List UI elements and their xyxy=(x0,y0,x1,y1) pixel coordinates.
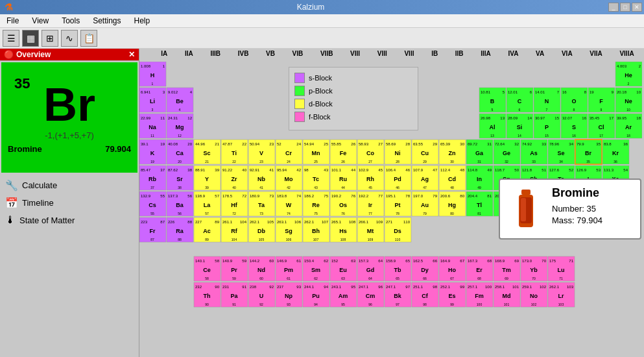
element-Fm[interactable]: 100 Fm 257.1 100 xyxy=(466,282,493,307)
element-Rf[interactable]: 104 Rf 261.1 104 xyxy=(221,217,248,242)
element-Ac[interactable]: 89 Ac 227 89 xyxy=(194,217,221,242)
element-Tb[interactable]: 65 Tb 158.9 65 xyxy=(385,256,411,281)
element-V[interactable]: 23 V 50.94 23 xyxy=(248,140,275,164)
element-Hg[interactable]: 80 Hg 200.6 80 xyxy=(439,191,466,216)
element-Rh[interactable]: 45 Rh 102.9 45 xyxy=(357,166,384,190)
element-Ra[interactable]: 88 Ra 226 88 xyxy=(167,217,193,242)
element-Au[interactable]: 79 Au 197.0 79 xyxy=(412,191,438,216)
element-Mg[interactable]: 12 Mg 24.31 12 xyxy=(167,114,193,138)
element-Sc[interactable]: 21 Sc 44.96 21 xyxy=(194,140,221,164)
element-Nd[interactable]: 60 Nd 144.2 60 xyxy=(248,256,275,281)
toolbar-btn-4[interactable]: ∿ xyxy=(61,30,78,47)
element-Cf[interactable]: 98 Cf 251.1 98 xyxy=(412,282,438,307)
element-Ti[interactable]: 22 Ti 47.87 22 xyxy=(221,140,248,164)
element-Pd[interactable]: 46 Pd 106.4 46 xyxy=(385,166,411,190)
element-Mo[interactable]: 42 Mo 95.94 42 xyxy=(276,166,302,190)
element-Md[interactable]: 101 Md 258.1 101 xyxy=(494,282,520,307)
element-Hs[interactable]: 108 Hs 265.1 108 xyxy=(330,217,357,242)
element-Lu[interactable]: 71 Lu 175 71 xyxy=(548,256,575,281)
element-Ir[interactable]: 77 Ir 192.2 77 xyxy=(357,191,384,216)
element-He[interactable]: 2 He 4.003 2 xyxy=(615,62,642,86)
menu-view[interactable]: View xyxy=(28,16,53,26)
element-Cm[interactable]: 96 Cm 247.1 96 xyxy=(357,282,384,307)
element-Tm[interactable]: 69 Tm 168.9 69 xyxy=(494,256,520,281)
element-Nb[interactable]: 41 Nb 92.91 41 xyxy=(248,166,275,190)
element-U[interactable]: 92 U 238 92 xyxy=(248,282,275,307)
element-Yb[interactable]: 70 Yb 173.0 70 xyxy=(521,256,547,281)
element-H[interactable]: 1 H 1.008 1 xyxy=(139,62,166,86)
element-Pt[interactable]: 78 Pt 195.1 78 xyxy=(385,191,411,216)
element-Kr[interactable]: 36 Kr 83.8 36 xyxy=(602,140,629,164)
menu-help[interactable]: Help xyxy=(130,16,154,26)
element-Ni[interactable]: 28 Ni 58.69 28 xyxy=(385,140,411,164)
element-Al[interactable]: 13 Al 26.98 13 xyxy=(479,114,506,138)
element-Ge[interactable]: 32 Ge 72.64 32 xyxy=(494,140,520,164)
nav-calculate[interactable]: 🔧 Calculate xyxy=(0,177,139,194)
element-Be[interactable]: 4 Be 9.012 4 xyxy=(167,88,193,112)
element-Ca[interactable]: 20 Ca 40.08 20 xyxy=(167,140,193,164)
minimize-button[interactable]: _ xyxy=(608,3,619,12)
toolbar-btn-2[interactable]: ▦ xyxy=(22,30,39,47)
element-Y[interactable]: 39 Y 88.91 39 xyxy=(194,166,221,190)
menu-tools[interactable]: Tools xyxy=(58,16,84,26)
element-Bh[interactable]: 107 Bh 262.1 107 xyxy=(303,217,329,242)
element-Cl[interactable]: 17 Cl 35.45 17 xyxy=(588,114,615,138)
element-As[interactable]: 33 As 74.92 33 xyxy=(521,140,547,164)
element-Sm[interactable]: 62 Sm 150.4 62 xyxy=(303,256,329,281)
element-C[interactable]: 6 C 12.01 6 xyxy=(507,88,533,112)
element-Mn[interactable]: 25 Mn 54.94 25 xyxy=(303,140,329,164)
element-La[interactable]: 57 La 138.9 57 xyxy=(194,191,221,216)
element-Db[interactable]: 105 Db 262.1 105 xyxy=(248,217,275,242)
element-Pr[interactable]: 59 Pr 140.9 59 xyxy=(221,256,248,281)
element-Ga[interactable]: 31 Ga 69.72 31 xyxy=(466,140,493,164)
element-Ho[interactable]: 67 Ho 164.9 67 xyxy=(439,256,466,281)
element-B[interactable]: 5 B 10.81 5 xyxy=(479,88,506,112)
element-Th[interactable]: 90 Th 232 90 xyxy=(194,282,221,307)
element-W[interactable]: 74 W 183.8 74 xyxy=(276,191,302,216)
maximize-button[interactable]: □ xyxy=(620,3,630,12)
element-Re[interactable]: 75 Re 186.2 75 xyxy=(303,191,329,216)
element-P[interactable]: 15 P 30.97 15 xyxy=(534,114,560,138)
element-Ne[interactable]: 10 Ne 20.18 10 xyxy=(615,88,642,112)
element-Si[interactable]: 14 Si 28.09 14 xyxy=(507,114,533,138)
element-Hf[interactable]: 72 Hf 178.5 72 xyxy=(221,191,248,216)
element-Es[interactable]: 99 Es 252.1 99 xyxy=(439,282,466,307)
element-Np[interactable]: 93 Np 237 93 xyxy=(276,282,302,307)
element-In[interactable]: 49 In 114.8 49 xyxy=(466,166,493,190)
element-K[interactable]: 19 K 39.1 19 xyxy=(139,140,166,164)
element-Ag[interactable]: 47 Ag 107.9 47 xyxy=(412,166,438,190)
toolbar-btn-1[interactable]: ☰ xyxy=(3,30,19,47)
element-Se[interactable]: 34 Se 78.96 34 xyxy=(548,140,575,164)
element-Zn[interactable]: 30 Zn 65.39 30 xyxy=(439,140,466,164)
overview-close[interactable]: ✕ xyxy=(128,50,135,59)
element-Ds[interactable]: 110 Ds 271 110 xyxy=(385,217,411,242)
element-Am[interactable]: 95 Am 243.1 95 xyxy=(330,282,357,307)
element-Er[interactable]: 68 Er 167.3 68 xyxy=(466,256,493,281)
element-Cu[interactable]: 29 Cu 63.55 29 xyxy=(412,140,438,164)
element-Cd[interactable]: 48 Cd 112.4 48 xyxy=(439,166,466,190)
element-Ba[interactable]: 56 Ba 137.3 56 xyxy=(167,191,193,216)
element-Gd[interactable]: 64 Gd 157.3 64 xyxy=(357,256,384,281)
nav-timeline[interactable]: 📅 Timeline xyxy=(0,194,139,212)
nav-state-of-matter[interactable]: 🌡 State of Matter xyxy=(0,212,139,228)
element-No[interactable]: 102 No 259.1 102 xyxy=(521,282,547,307)
element-Fr[interactable]: 87 Fr 223 87 xyxy=(139,217,166,242)
element-Na[interactable]: 11 Na 22.99 11 xyxy=(139,114,166,138)
menu-settings[interactable]: Settings xyxy=(89,16,125,26)
element-Tc[interactable]: 43 Tc 98 43 xyxy=(303,166,329,190)
element-Cs[interactable]: 55 Cs 132.9 55 xyxy=(139,191,166,216)
element-Zr[interactable]: 40 Zr 91.22 40 xyxy=(221,166,248,190)
element-Eu[interactable]: 63 Eu 152 63 xyxy=(330,256,357,281)
element-Ce[interactable]: 58 Ce 140.1 58 xyxy=(194,256,221,281)
element-F[interactable]: 9 F 19 9 xyxy=(588,88,615,112)
element-Pm[interactable]: 61 Pm 146.9 61 xyxy=(276,256,302,281)
element-Li[interactable]: 3 Li 6.941 3 xyxy=(139,88,166,112)
element-Ru[interactable]: 44 Ru 101.1 44 xyxy=(330,166,357,190)
element-Ar[interactable]: 18 Ar 39.95 18 xyxy=(615,114,642,138)
element-Mt[interactable]: 109 Mt 266.1 109 xyxy=(357,217,384,242)
element-Co[interactable]: 27 Co 58.93 27 xyxy=(357,140,384,164)
element-Pa[interactable]: 91 Pa 231 91 xyxy=(221,282,248,307)
element-Ta[interactable]: 73 Ta 180.9 73 xyxy=(248,191,275,216)
element-Dy[interactable]: 66 Dy 162.5 66 xyxy=(412,256,438,281)
close-button[interactable]: ✕ xyxy=(632,3,642,12)
